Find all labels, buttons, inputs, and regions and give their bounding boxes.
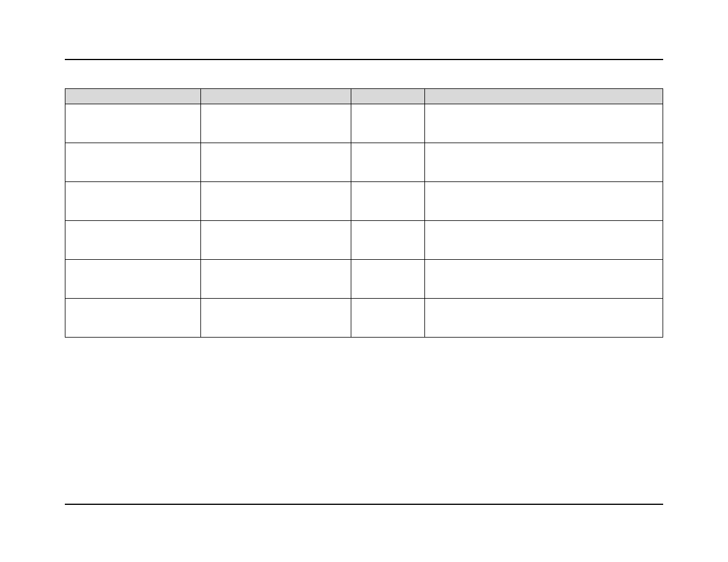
table-cell bbox=[201, 299, 351, 338]
table-cell bbox=[425, 104, 663, 143]
table-row bbox=[65, 104, 663, 143]
data-table bbox=[65, 88, 663, 338]
table-cell bbox=[351, 143, 425, 182]
table-header-cell bbox=[65, 89, 201, 104]
table-cell bbox=[351, 299, 425, 338]
table-cell bbox=[425, 182, 663, 221]
table-cell bbox=[65, 299, 201, 338]
table-cell bbox=[65, 143, 201, 182]
table-header-cell bbox=[201, 89, 351, 104]
table-cell bbox=[201, 143, 351, 182]
table-cell bbox=[351, 221, 425, 260]
table-row bbox=[65, 260, 663, 299]
document-page bbox=[0, 0, 728, 562]
table-cell bbox=[201, 104, 351, 143]
table-cell bbox=[425, 260, 663, 299]
header-rule bbox=[65, 59, 663, 60]
table-cell bbox=[65, 182, 201, 221]
table-header-cell bbox=[351, 89, 425, 104]
table-cell bbox=[425, 143, 663, 182]
table-row bbox=[65, 143, 663, 182]
footer-rule bbox=[65, 504, 663, 505]
table-cell bbox=[425, 299, 663, 338]
table-cell bbox=[351, 104, 425, 143]
table-cell bbox=[65, 260, 201, 299]
table-cell bbox=[351, 182, 425, 221]
table-row bbox=[65, 182, 663, 221]
table-header-cell bbox=[425, 89, 663, 104]
table-container bbox=[65, 88, 663, 338]
table-cell bbox=[65, 221, 201, 260]
table-cell bbox=[201, 221, 351, 260]
table-cell bbox=[65, 104, 201, 143]
table-row bbox=[65, 299, 663, 338]
table-cell bbox=[201, 182, 351, 221]
table-row bbox=[65, 221, 663, 260]
table-cell bbox=[351, 260, 425, 299]
table-cell bbox=[201, 260, 351, 299]
table-header-row bbox=[65, 89, 663, 104]
table-cell bbox=[425, 221, 663, 260]
